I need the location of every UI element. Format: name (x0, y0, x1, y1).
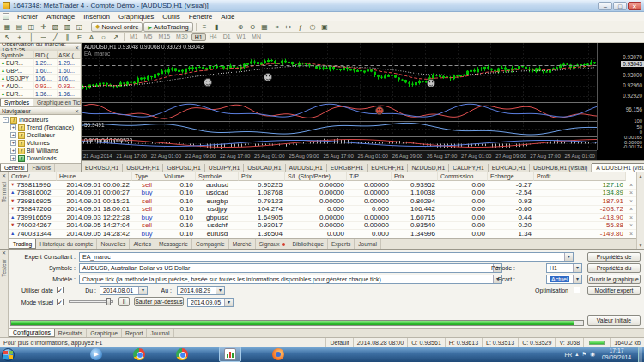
navigator-icon[interactable]: ▧ (50, 22, 61, 32)
chart-tab[interactable]: USDCAD,H1 (244, 164, 285, 172)
chart-tab[interactable]: NZDUSD,H1 (408, 164, 449, 172)
spread-select[interactable]: Actuel (546, 275, 582, 284)
order-row[interactable]: 739816002 2014.09.01 00:00:27 buy 0.10 u… (9, 190, 636, 198)
terminal-tab[interactable]: Nouvelles (97, 239, 130, 249)
column-header[interactable]: Prix (392, 172, 438, 181)
menu-item[interactable]: Fenêtre (185, 13, 217, 21)
skip-button[interactable]: Sauter par-dessus (134, 297, 184, 306)
terminal-tab[interactable]: Messagerie (155, 239, 192, 249)
expert-properties-button[interactable]: Propriétés de l'Expert (587, 252, 641, 262)
close-position-icon[interactable]: × (626, 222, 636, 228)
time-axis[interactable]: 21 Aug 201421 Aug 17:0022 Aug 01:0022 Au… (82, 150, 597, 160)
tree-expand-icon[interactable]: + (10, 140, 16, 146)
data-window-icon[interactable]: ✛ (38, 22, 49, 32)
open-chart-button[interactable]: Ouvrir le graphique (587, 275, 641, 284)
indicators-icon[interactable]: ƒ (295, 22, 307, 32)
vertical-line-icon[interactable]: │ (26, 33, 37, 42)
price-chart-canvas[interactable] (82, 43, 597, 150)
show-desktop-button[interactable] (638, 347, 642, 362)
to-date-select[interactable]: 2014.08.29 (177, 286, 225, 295)
shapes-icon[interactable]: ○ (98, 33, 109, 42)
column-header[interactable]: Symbole (0, 51, 34, 59)
trendline-icon[interactable]: ╱ (50, 33, 61, 42)
tree-expand-icon[interactable]: - (3, 117, 9, 123)
close-icon[interactable]: ✕ (75, 45, 79, 51)
terminal-tab[interactable]: Bibliothèque (289, 239, 328, 249)
chart-tab[interactable]: GBPUSD,H1 (163, 164, 204, 172)
modify-expert-button[interactable]: Modifier expert (587, 286, 641, 295)
navigator-tab[interactable]: Général (0, 164, 28, 172)
timeframe-button[interactable]: D1 (221, 33, 234, 41)
zoom-out-icon[interactable]: ⊖ (247, 22, 258, 32)
market-watch-tab[interactable]: Symboles (0, 99, 33, 106)
start-button[interactable] (2, 348, 15, 361)
column-header[interactable]: Symbole (196, 172, 239, 181)
optimization-checkbox[interactable] (574, 287, 580, 293)
navigator-item[interactable]: - f Indicateurs (0, 116, 81, 124)
terminal-tab[interactable]: Historique du compte (36, 239, 97, 249)
close-position-icon[interactable]: × (626, 198, 636, 204)
navigator-item[interactable]: + f Trend (Tendance) (0, 124, 81, 131)
visual-speed-slider[interactable] (69, 298, 113, 305)
close-icon[interactable]: ✕ (2, 173, 6, 178)
close-position-icon[interactable]: × (626, 214, 636, 220)
tree-expand-icon[interactable]: + (10, 124, 16, 130)
menu-item[interactable]: Graphiques (114, 13, 158, 21)
channel-icon[interactable]: ∥ (62, 33, 73, 42)
text-icon[interactable]: A (86, 33, 97, 42)
expert-select[interactable]: EA_maroc (79, 252, 574, 262)
market-watch-icon[interactable]: ◫ (26, 22, 37, 32)
timeframe-button[interactable]: W1 (234, 33, 249, 41)
terminal-tab[interactable]: Signaux (256, 239, 289, 249)
new-order-button[interactable]: ◆ Nouvel ordre (91, 22, 143, 32)
line-chart-icon[interactable]: ~ (223, 22, 234, 32)
column-header[interactable]: ASK (... (58, 51, 81, 59)
strategy-tester-icon[interactable]: ◲ (74, 22, 85, 32)
candlestick-icon[interactable]: ▮ (211, 22, 222, 32)
timeframe-button[interactable]: M15 (155, 33, 173, 41)
column-header[interactable]: Ordre / (9, 172, 57, 181)
timeframe-button[interactable]: H4 (207, 33, 220, 41)
taskbar-clock[interactable]: 17:1709/09/2014 (598, 347, 635, 361)
terminal-tab[interactable]: Journal (355, 239, 381, 249)
column-header[interactable]: S/L (Stop/Perte) (285, 172, 347, 181)
close-position-icon[interactable]: × (626, 190, 636, 196)
column-header[interactable]: Prix (239, 172, 285, 181)
tester-tab[interactable]: Graphique (87, 329, 122, 337)
close-position-icon[interactable]: × (626, 206, 636, 212)
firefox-icon[interactable] (272, 348, 284, 360)
orders-scrollbar[interactable]: ▲▼ (636, 172, 644, 249)
periods-icon[interactable]: ◷ (307, 22, 319, 32)
navigator-item[interactable]: + f Bill Williams (0, 147, 81, 154)
initial-value-button[interactable]: Valeur initiale (587, 315, 641, 326)
close-position-icon[interactable]: × (626, 182, 636, 188)
terminal-tab[interactable]: Trading (9, 239, 36, 249)
auto-scroll-icon[interactable]: ↠ (271, 22, 283, 32)
period-select[interactable]: H1 (546, 263, 582, 273)
timeframe-button[interactable]: H1 (191, 33, 206, 41)
arrow-tool-icon[interactable]: ↗ (110, 33, 121, 42)
symbol-select[interactable]: AUDUSD, Australian Dollar vs US Dollar (79, 263, 502, 273)
navigator-item[interactable]: + f Oscillateur (0, 131, 81, 139)
tree-expand-icon[interactable]: + (10, 132, 16, 138)
column-header[interactable]: Profit (534, 172, 626, 181)
column-header[interactable]: Heure (57, 172, 132, 181)
tree-expand-icon[interactable]: + (10, 148, 16, 154)
navigator-tab[interactable]: Favoris (28, 164, 55, 172)
autotrading-button[interactable]: ▶ AutoTrading (143, 22, 192, 32)
language-indicator[interactable]: FR (565, 352, 573, 358)
chart-tab[interactable]: CADJPY,H1 (449, 164, 489, 172)
chart-tab[interactable]: EURCHF,H1 (368, 164, 408, 172)
menu-item[interactable]: Outils (158, 13, 184, 21)
fibonacci-icon[interactable]: F (74, 33, 85, 42)
chart-tab[interactable]: USDRUB,H1 (visual) (530, 164, 592, 172)
media-player-icon[interactable] (90, 348, 102, 360)
chart-tab[interactable]: A UDUSD,H1 (visual) (592, 163, 644, 172)
bar-chart-icon[interactable]: ≡ (199, 22, 210, 32)
terminal-tab[interactable]: Marché (229, 239, 256, 249)
close-button[interactable]: ✕ (628, 2, 641, 10)
order-row[interactable]: 739811996 2014.09.01 00:00:22 sell 0.10 … (9, 181, 636, 190)
chart-tab[interactable]: EURUSD,H1 (82, 164, 123, 172)
navigator-item[interactable]: + f Downloads (0, 154, 81, 162)
chart-tab[interactable]: USDJPY,H1 (205, 164, 245, 172)
